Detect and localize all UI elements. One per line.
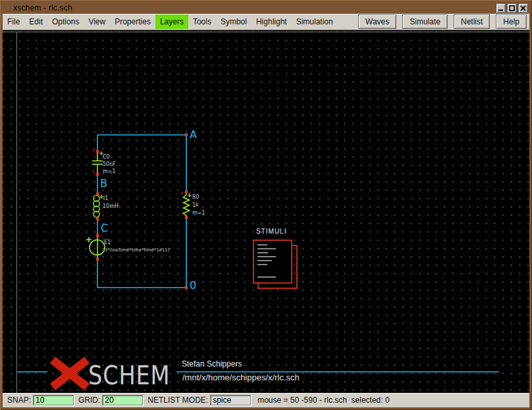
menu-file[interactable]: File	[3, 14, 24, 29]
inductor-value[interactable]: 10mH	[103, 203, 119, 209]
close-icon	[519, 5, 527, 12]
menu-symbol[interactable]: Symbol	[216, 14, 252, 29]
stimuli-title: STIMULI	[256, 228, 286, 235]
net-label-B[interactable]: B	[100, 177, 107, 190]
grid-input[interactable]	[102, 395, 143, 405]
logo-author: Stefan Schippers	[182, 359, 242, 369]
menu-properties[interactable]: Properties	[110, 14, 155, 29]
menu-layers[interactable]: Layers	[155, 14, 188, 29]
titlebar[interactable]: xschem - rlc.sch	[3, 2, 529, 14]
help-button[interactable]: Help	[496, 14, 527, 29]
netlist-button[interactable]: Netlist	[454, 14, 490, 29]
menubar: File Edit Options View Properties Layers…	[3, 14, 529, 30]
menu-options[interactable]: Options	[47, 14, 84, 29]
resistor-pin-1: 1	[181, 191, 183, 195]
net-label-A[interactable]: A	[190, 128, 197, 141]
mouse-coordinates-status: mouse = 50 -590 - rlc.sch selected: 0	[257, 396, 389, 405]
netlist-mode-label: NETLIST MODE:	[147, 396, 208, 405]
resistor-symbol[interactable]	[184, 192, 190, 218]
snap-label: SNAP:	[7, 396, 31, 405]
capacitor-pin-2: 2	[92, 169, 94, 173]
schematic-file-path: /mnt/x/home/schippes/x/rlc.sch	[182, 372, 300, 382]
resistor-name[interactable]: R0	[192, 194, 200, 200]
xschem-window: xschem - rlc.sch File Edit Options View …	[0, 0, 532, 410]
xschem-logo-text: SCHEM	[88, 363, 170, 388]
window-title: xschem - rlc.sch	[13, 3, 72, 13]
maximize-icon	[508, 5, 516, 12]
capacitor-multiplier[interactable]: m=1	[103, 168, 116, 174]
capacitor-value[interactable]: 50nF	[103, 161, 116, 167]
menu-view[interactable]: View	[84, 14, 110, 29]
capacitor-pin-1: 1	[92, 148, 94, 152]
minimize-button[interactable]	[496, 3, 506, 13]
menu-action-buttons: Waves Simulate Netlist Help	[358, 14, 527, 29]
stimuli-block[interactable]	[253, 240, 297, 288]
menu-simulation[interactable]: Simulation	[292, 14, 338, 29]
grid-label: GRID:	[78, 396, 100, 405]
snap-input[interactable]	[33, 395, 74, 405]
pin-marker[interactable]	[96, 134, 188, 290]
simulate-button[interactable]: Simulate	[402, 14, 448, 29]
maximize-button[interactable]	[507, 3, 517, 13]
xschem-logo-x-icon	[53, 360, 87, 387]
menu-tools[interactable]: Tools	[188, 14, 216, 29]
minimize-icon	[497, 5, 504, 12]
window-controls	[496, 3, 528, 13]
waves-button[interactable]: Waves	[358, 14, 396, 29]
net-label-C[interactable]: C	[101, 222, 108, 234]
statusbar: SNAP: GRID: NETLIST MODE: mouse = 50 -59…	[3, 393, 529, 407]
wire-net[interactable]	[97, 135, 186, 288]
capacitor-name[interactable]: C0	[103, 154, 110, 160]
resistor-value[interactable]: 1k	[192, 202, 199, 208]
inductor-name[interactable]: l1	[103, 195, 108, 201]
polarity-plus-icon	[99, 151, 192, 199]
menu-highlight[interactable]: Highlight	[252, 14, 292, 29]
schematic-graphics	[3, 30, 529, 393]
menu-edit[interactable]: Edit	[24, 14, 47, 29]
source-name[interactable]: E1	[104, 240, 111, 245]
inductor-symbol[interactable]	[93, 194, 99, 219]
schematic-canvas[interactable]: A B C 0 C0 50nF m=1 1 2 l1 10mH E1 '3*co…	[3, 30, 529, 393]
resistor-multiplier[interactable]: m=1	[192, 210, 205, 216]
net-label-0[interactable]: 0	[190, 279, 196, 292]
resistor-pin-2: 2	[181, 211, 183, 215]
close-button[interactable]	[518, 3, 528, 13]
netlist-mode-input[interactable]	[210, 395, 251, 405]
voltage-source-symbol[interactable]	[86, 236, 105, 259]
source-expression[interactable]: '3*cos(time*time*time*1e11)'	[103, 247, 171, 253]
